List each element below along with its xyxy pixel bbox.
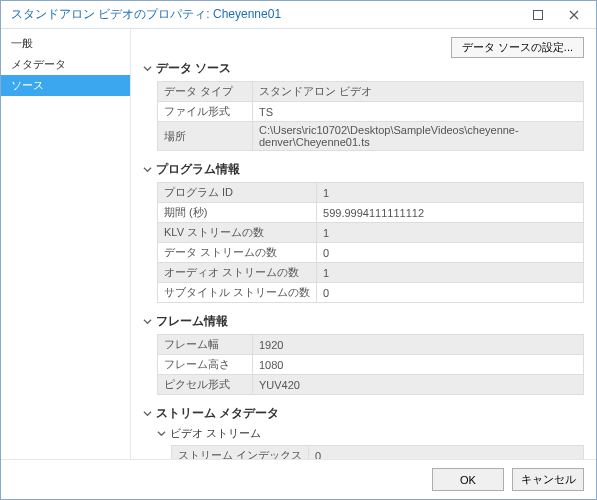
table-row: 場所C:\Users\ric10702\Desktop\SampleVideos… <box>158 122 584 151</box>
chevron-down-icon <box>143 64 152 73</box>
square-icon <box>533 10 543 20</box>
main-panel: データ ソースの設定... データ ソース データ タイプスタンドアロン ビデオ… <box>131 29 596 459</box>
table-row: ファイル形式TS <box>158 102 584 122</box>
configure-data-source-button[interactable]: データ ソースの設定... <box>451 37 584 58</box>
sidebar: 一般 メタデータ ソース <box>1 29 131 459</box>
close-button[interactable] <box>556 1 592 28</box>
chevron-down-icon <box>143 409 152 418</box>
table-row: プログラム ID1 <box>158 183 584 203</box>
section-frame-info: フレーム情報 フレーム幅1920 フレーム高さ1080 ピクセル形式YUV420 <box>143 313 584 395</box>
table-row: データ タイプスタンドアロン ビデオ <box>158 82 584 102</box>
chevron-down-icon <box>143 317 152 326</box>
table-row: ピクセル形式YUV420 <box>158 375 584 395</box>
sidebar-item-source[interactable]: ソース <box>1 75 130 96</box>
section-header-program-info[interactable]: プログラム情報 <box>143 161 584 178</box>
sidebar-item-metadata[interactable]: メタデータ <box>1 54 130 75</box>
section-header-stream-metadata[interactable]: ストリーム メタデータ <box>143 405 584 422</box>
ok-button[interactable]: OK <box>432 468 504 491</box>
table-row: 期間 (秒)599.9994111111112 <box>158 203 584 223</box>
section-data-source: データ ソース データ タイプスタンドアロン ビデオ ファイル形式TS 場所C:… <box>143 60 584 151</box>
maximize-button[interactable] <box>520 1 556 28</box>
table-row: サブタイトル ストリームの数0 <box>158 283 584 303</box>
title-bar: スタンドアロン ビデオのプロパティ: Cheyenne01 <box>1 1 596 29</box>
section-title: データ ソース <box>156 60 231 77</box>
dialog-window: スタンドアロン ビデオのプロパティ: Cheyenne01 一般 メタデータ ソ… <box>0 0 597 500</box>
table-video-stream: ストリーム インデックス0 <box>171 445 584 459</box>
dialog-footer: OK キャンセル <box>1 459 596 499</box>
table-row: オーディオ ストリームの数1 <box>158 263 584 283</box>
sidebar-item-general[interactable]: 一般 <box>1 33 130 54</box>
table-row: データ ストリームの数0 <box>158 243 584 263</box>
table-row: ストリーム インデックス0 <box>172 446 584 460</box>
section-header-video-stream[interactable]: ビデオ ストリーム <box>157 426 584 441</box>
dialog-body: 一般 メタデータ ソース データ ソースの設定... データ ソース データ タ… <box>1 29 596 459</box>
section-stream-metadata: ストリーム メタデータ ビデオ ストリーム ストリーム インデックス0 KLV … <box>143 405 584 459</box>
chevron-down-icon <box>143 165 152 174</box>
subsection-video-stream: ビデオ ストリーム ストリーム インデックス0 <box>143 426 584 459</box>
cancel-button[interactable]: キャンセル <box>512 468 584 491</box>
close-icon <box>569 10 579 20</box>
table-data-source: データ タイプスタンドアロン ビデオ ファイル形式TS 場所C:\Users\r… <box>157 81 584 151</box>
section-title: ストリーム メタデータ <box>156 405 279 422</box>
table-row: フレーム高さ1080 <box>158 355 584 375</box>
table-row: フレーム幅1920 <box>158 335 584 355</box>
section-header-data-source[interactable]: データ ソース <box>143 60 584 77</box>
section-title: フレーム情報 <box>156 313 228 330</box>
table-program-info: プログラム ID1 期間 (秒)599.9994111111112 KLV スト… <box>157 182 584 303</box>
table-row: KLV ストリームの数1 <box>158 223 584 243</box>
table-frame-info: フレーム幅1920 フレーム高さ1080 ピクセル形式YUV420 <box>157 334 584 395</box>
window-title: スタンドアロン ビデオのプロパティ: Cheyenne01 <box>11 6 520 23</box>
chevron-down-icon <box>157 429 166 438</box>
svg-rect-0 <box>534 10 543 19</box>
section-header-frame-info[interactable]: フレーム情報 <box>143 313 584 330</box>
section-title: プログラム情報 <box>156 161 240 178</box>
section-program-info: プログラム情報 プログラム ID1 期間 (秒)599.999411111111… <box>143 161 584 303</box>
section-title: ビデオ ストリーム <box>170 426 261 441</box>
